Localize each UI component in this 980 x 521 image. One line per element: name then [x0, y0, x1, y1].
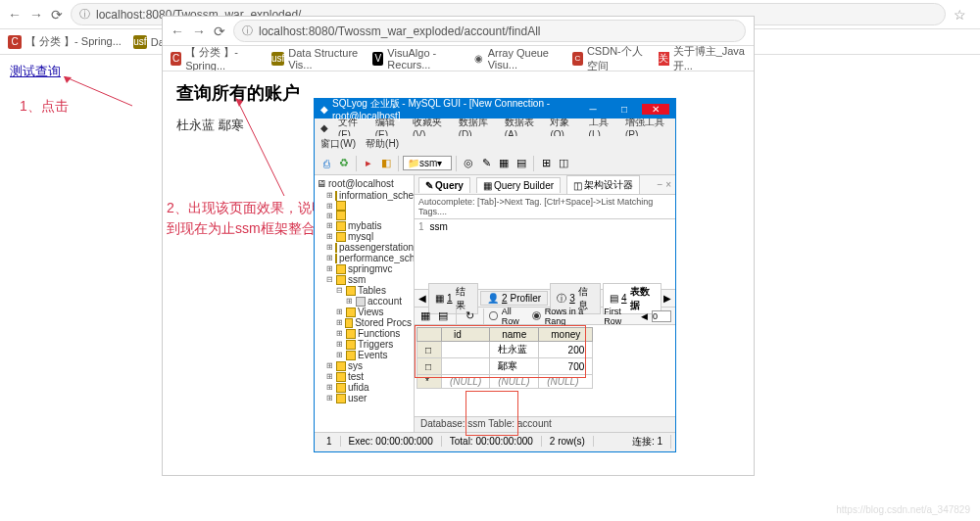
sqlyog-icon: ◆ — [320, 122, 328, 133]
status-exec: Exec: 00:00:00:000 — [341, 436, 442, 447]
minimize-button[interactable]: ─ — [579, 104, 607, 115]
server-icon: 🖥 — [317, 178, 326, 189]
menu-help[interactable]: 帮助(H) — [366, 137, 399, 151]
bm-spring[interactable]: C【 分类 】- Spring... — [171, 46, 262, 71]
right-panel: ✎ Query ▦ Query Builder ◫ 架构设计器 − × Auto… — [415, 175, 675, 432]
menu-obj[interactable]: 对象(O) — [550, 118, 578, 136]
menu-file[interactable]: 文件(F) — [338, 118, 366, 136]
rtab-profiler[interactable]: 👤 2 Profiler — [480, 291, 548, 306]
test-query-link[interactable]: 测试查询 — [10, 64, 61, 78]
tb-exec-icon[interactable]: ▸ — [361, 156, 376, 171]
inner-forward-icon[interactable]: → — [192, 24, 206, 39]
tab-schema[interactable]: ◫ 架构设计器 — [566, 175, 640, 194]
tree-root[interactable]: 🖥root@localhost — [317, 177, 412, 190]
col-id[interactable]: id — [442, 328, 490, 342]
tb-i5-icon[interactable]: ⊞ — [538, 156, 554, 171]
tree-item[interactable]: ⊞account — [317, 296, 412, 307]
menu-edit[interactable]: 编辑(E) — [375, 118, 403, 136]
result-toolbar: ▦ ▤ ↻ All Row Rows in a Rang First Row ◀ — [415, 308, 675, 325]
tree-item[interactable]: ⊞passengerstation — [317, 242, 412, 253]
db-tree-panel[interactable]: 🖥root@localhost ⊞information_sche⊞⊞⊞myba… — [315, 175, 415, 432]
tree-item[interactable]: ⊞ — [317, 201, 412, 211]
bm-ds[interactable]: usfData Structure Vis... — [271, 47, 363, 71]
tb-i2-icon[interactable]: ✎ — [478, 156, 494, 171]
sqlyog-titlebar[interactable]: ◆ SQLyog 企业版 - MySQL GUI - [New Connecti… — [315, 99, 675, 118]
db-selector[interactable]: 📁 ssm ▾ — [403, 156, 452, 170]
tb-i3-icon[interactable]: ▦ — [496, 156, 512, 171]
table-row[interactable]: *(NULL)(NULL)(NULL) — [417, 375, 593, 389]
menu-tools[interactable]: 工具(L) — [589, 118, 615, 136]
back-icon[interactable]: ← — [8, 7, 22, 23]
bookmark-star-icon[interactable]: ☆ — [954, 7, 966, 23]
inner-url-bar[interactable]: ⓘ localhost:8080/Twossm_war_exploded/acc… — [233, 20, 746, 42]
menu-fav[interactable]: 收藏夹(V) — [413, 118, 449, 136]
tree-item[interactable]: ⊟Tables — [317, 285, 412, 296]
inner-reload-icon[interactable]: ⟳ — [214, 24, 225, 39]
info-icon: ⓘ — [79, 7, 90, 22]
tree-item[interactable]: ⊞performance_sch — [317, 253, 412, 263]
tree-item[interactable]: ⊞test — [317, 371, 412, 382]
rt-i2-icon[interactable]: ▤ — [436, 308, 450, 324]
table-row[interactable]: □杜永蓝200 — [417, 342, 593, 358]
first-row-prev[interactable]: ◀ — [641, 311, 648, 321]
sqlyog-window: ◆ SQLyog 企业版 - MySQL GUI - [New Connecti… — [314, 98, 676, 452]
table-row[interactable]: □鄢寒700 — [417, 358, 593, 375]
tree-item[interactable]: ⊞mybatis — [317, 220, 412, 231]
tree-item[interactable]: ⊞information_sche — [317, 190, 412, 201]
autocomplete-hint: Autocomplete: [Tab]->Next Tag. [Ctrl+Spa… — [415, 195, 675, 219]
tree-item[interactable]: ⊟ssm — [317, 274, 412, 285]
result-grid[interactable]: id name money □杜永蓝200 □鄢寒700 *(NULL)(NUL… — [415, 325, 675, 416]
tb-refresh-icon[interactable]: ♻ — [336, 156, 352, 171]
rt-i1-icon[interactable]: ▦ — [418, 308, 432, 324]
tree-item[interactable]: ⊞mysql — [317, 231, 412, 242]
tb-new-icon[interactable]: ⎙ — [318, 156, 334, 171]
tree-item[interactable]: ⊞ — [317, 211, 412, 220]
sqlyog-menubar: ◆ 文件(F) 编辑(E) 收藏夹(V) 数据库(D) 数据表(A) 对象(O)… — [315, 118, 675, 136]
tree-item[interactable]: ⊞Views — [317, 307, 412, 317]
annotation-arrow-2 — [235, 98, 294, 206]
tab-querybuilder[interactable]: ▦ Query Builder — [476, 177, 561, 193]
menu-adv[interactable]: 增强工具(P) — [625, 118, 669, 136]
menu-db[interactable]: 数据库(D) — [459, 118, 495, 136]
tab-close-icon[interactable]: − × — [658, 179, 671, 190]
tree-item[interactable]: ⊞ufida — [317, 382, 412, 393]
bm-about[interactable]: 关关于博主_Java开... — [659, 46, 747, 71]
tree-item[interactable]: ⊞user — [317, 393, 412, 403]
tree-item[interactable]: ⊞springmvc — [317, 263, 412, 274]
svg-marker-1 — [64, 76, 72, 83]
reload-icon[interactable]: ⟳ — [51, 7, 63, 23]
tb-exec2-icon[interactable]: ◧ — [378, 156, 394, 171]
inner-info-icon: ⓘ — [242, 24, 253, 38]
inner-back-icon[interactable]: ← — [171, 24, 184, 39]
menu-table[interactable]: 数据表(A) — [505, 118, 541, 136]
bm-arrayq[interactable]: ◉Array Queue Visu... — [472, 47, 562, 71]
bookmark-spring[interactable]: C【 分类 】- Spring... — [8, 34, 122, 49]
tb-i4-icon[interactable]: ▤ — [514, 156, 529, 171]
radio-allrows[interactable] — [489, 311, 497, 320]
maximize-button[interactable]: □ — [611, 104, 638, 115]
col-name[interactable]: name — [490, 328, 539, 342]
inner-bookmarks-bar: C【 分类 】- Spring... usfData Structure Vis… — [163, 46, 754, 71]
annotation-1: 1、点击 — [20, 98, 69, 116]
close-button[interactable]: ✕ — [642, 104, 669, 115]
tree-item[interactable]: ⊞Functions — [317, 328, 412, 339]
query-editor[interactable]: 1ssm — [415, 219, 675, 290]
tb-i6-icon[interactable]: ◫ — [556, 156, 571, 171]
tree-item[interactable]: ⊞Events — [317, 350, 412, 360]
tree-item[interactable]: ⊞Stored Procs — [317, 317, 412, 328]
bm-csdn[interactable]: CCSDN-个人空间 — [572, 46, 649, 71]
tree-item[interactable]: ⊞sys — [317, 360, 412, 371]
tab-query[interactable]: ✎ Query — [418, 177, 470, 193]
tb-i1-icon[interactable]: ◎ — [461, 156, 476, 171]
col-money[interactable]: money — [539, 328, 593, 342]
forward-icon[interactable]: → — [29, 7, 43, 23]
rt-i3-icon[interactable]: ↻ — [463, 308, 476, 324]
first-row-input[interactable] — [652, 310, 671, 322]
menu-window[interactable]: 窗口(W) — [320, 137, 356, 151]
data-table: id name money □杜永蓝200 □鄢寒700 *(NULL)(NUL… — [416, 327, 593, 389]
tree-item[interactable]: ⊞Triggers — [317, 339, 412, 350]
rtab-prev-icon[interactable]: ◀ — [418, 293, 426, 304]
radio-range[interactable] — [532, 311, 541, 320]
bm-visualgo[interactable]: VVisuAlgo - Recurs... — [372, 47, 463, 71]
rtab-next-icon[interactable]: ▶ — [663, 293, 671, 304]
